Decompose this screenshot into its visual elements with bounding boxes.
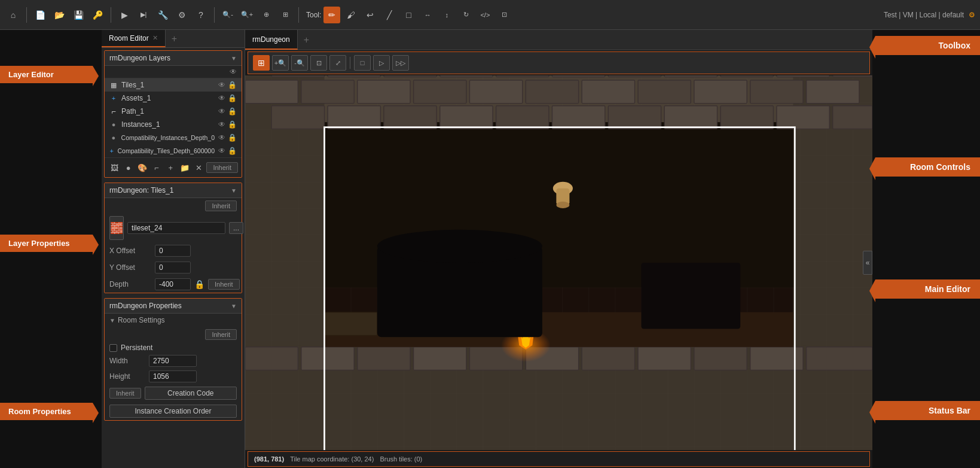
svg-rect-64 xyxy=(694,347,747,370)
layer-props-chevron[interactable]: ▼ xyxy=(231,187,237,194)
rmdungeon-tab[interactable]: rmDungeon xyxy=(245,30,298,50)
flip-h-icon[interactable]: ↔ xyxy=(419,7,436,23)
layer-name-compat-tiles: Compatibility_Tiles_Depth_600000 xyxy=(118,147,215,154)
fit-window-btn[interactable]: ⤢ xyxy=(329,55,346,71)
room-editor-tab[interactable]: Room Editor ✕ xyxy=(102,30,166,47)
layer-item-path1[interactable]: ⌐ Path_1 👁 🔒 xyxy=(105,105,242,118)
add-tab-btn[interactable]: + xyxy=(166,30,183,47)
layer-item-instances1[interactable]: ● Instances_1 👁 🔒 xyxy=(105,118,242,131)
layer-inherit-btn[interactable]: Inherit xyxy=(205,200,237,211)
path1-eye-icon[interactable]: 👁 xyxy=(218,107,225,116)
svg-rect-51 xyxy=(721,106,773,129)
new-file-icon[interactable]: 📄 xyxy=(32,7,48,23)
tileset-name-input[interactable] xyxy=(127,222,225,234)
debug-icon[interactable]: ▶| xyxy=(135,7,152,23)
compat-tiles-eye-icon[interactable]: 👁 xyxy=(218,147,225,155)
tileset-browse-btn[interactable]: ... xyxy=(229,222,243,234)
creation-code-btn[interactable]: Creation Code xyxy=(145,387,237,400)
play-btn[interactable]: ▷ xyxy=(373,55,390,71)
tiles1-lock-icon[interactable]: 🔒 xyxy=(228,81,237,89)
room-props-chevron[interactable]: ▼ xyxy=(231,303,237,309)
main-add-tab-btn[interactable]: + xyxy=(298,30,315,50)
help-icon[interactable]: ? xyxy=(193,7,209,23)
layers-panel-chevron[interactable]: ▼ xyxy=(231,55,237,62)
svg-rect-53 xyxy=(833,106,872,129)
home-icon[interactable]: ⌂ xyxy=(5,7,22,23)
x-offset-input[interactable] xyxy=(155,245,191,257)
svg-rect-49 xyxy=(608,106,661,129)
svg-rect-26 xyxy=(552,75,605,77)
rect-tool-icon[interactable]: □ xyxy=(400,7,417,23)
depth-input[interactable] xyxy=(155,278,191,290)
svg-rect-56 xyxy=(245,347,298,370)
zoom-in-small-icon[interactable]: 🔍+ xyxy=(239,7,255,23)
width-input[interactable] xyxy=(149,355,197,367)
layer-item-tiles1[interactable]: ▦ Tiles_1 👁 🔒 xyxy=(105,78,242,92)
depth-lock-icon[interactable]: 🔒 xyxy=(194,279,204,289)
layers-toolbar-circle-btn[interactable]: ● xyxy=(122,160,134,175)
rotate-icon[interactable]: ↻ xyxy=(457,7,474,23)
height-input[interactable] xyxy=(149,370,197,382)
bottom-buttons-row: Inherit Creation Code xyxy=(105,384,242,402)
flip-v-icon[interactable]: ↕ xyxy=(438,7,455,23)
code-icon[interactable]: </> xyxy=(477,7,493,23)
brush-tool-icon[interactable]: 🖌 xyxy=(343,7,359,23)
line-tool-icon[interactable]: ╱ xyxy=(381,7,398,23)
tiles1-eye-icon[interactable]: 👁 xyxy=(218,81,225,89)
compat-inst-lock-icon[interactable]: 🔒 xyxy=(228,133,237,142)
settings-icon[interactable]: ⚙ xyxy=(173,7,190,23)
toggle-room-btn[interactable]: □ xyxy=(354,55,371,71)
clean-icon[interactable]: 🔧 xyxy=(154,7,171,23)
all-layers-eye-icon[interactable]: 👁 xyxy=(230,68,237,76)
zoom-out-small-icon[interactable]: 🔍- xyxy=(219,7,236,23)
layers-inherit-btn[interactable]: Inherit xyxy=(206,162,238,173)
room-props-title: rmDungeon Properties xyxy=(109,302,182,310)
zoom-icon[interactable]: ⊕ xyxy=(258,7,274,23)
layers-toolbar-paint-btn[interactable]: 🎨 xyxy=(136,160,148,175)
compat-inst-icon: ● xyxy=(109,133,118,142)
svg-rect-40 xyxy=(694,80,747,104)
eraser-tool-icon[interactable]: ↩ xyxy=(362,7,378,23)
room-editor-tab-close[interactable]: ✕ xyxy=(152,34,158,42)
layers-toolbar-path-btn[interactable]: ⌐ xyxy=(150,160,162,175)
open-icon[interactable]: 📂 xyxy=(51,7,68,23)
save-icon[interactable]: 💾 xyxy=(70,7,87,23)
select-icon[interactable]: ⊡ xyxy=(496,7,512,23)
right-collapse-btn[interactable]: « xyxy=(863,251,872,275)
instance-order-btn[interactable]: Instance Creation Order xyxy=(109,405,237,418)
instances1-eye-icon[interactable]: 👁 xyxy=(218,120,225,129)
persistent-checkbox[interactable] xyxy=(109,344,117,352)
path1-lock-icon[interactable]: 🔒 xyxy=(228,107,237,116)
play-fast-btn[interactable]: ▷▷ xyxy=(392,55,409,71)
room-controls-bar: ⊞ +🔍 -🔍 ⊡ ⤢ □ ▷ ▷▷ xyxy=(248,51,870,74)
layers-toolbar-folder-btn[interactable]: 📁 xyxy=(178,160,190,175)
config-settings-icon[interactable]: ⚙ xyxy=(969,11,975,19)
key-icon[interactable]: 🔑 xyxy=(89,7,106,23)
layer-item-assets1[interactable]: + Assets_1 👁 🔒 xyxy=(105,92,242,105)
layer-item-compat-tiles[interactable]: + Compatibility_Tiles_Depth_600000 👁 🔒 xyxy=(105,144,242,157)
layers-toolbar-x-btn[interactable]: ✕ xyxy=(193,160,204,175)
y-offset-input[interactable] xyxy=(155,262,191,273)
run-icon[interactable]: ▶ xyxy=(116,7,133,23)
pencil-tool-icon[interactable]: ✏ xyxy=(323,7,340,23)
zoom-in-btn[interactable]: +🔍 xyxy=(272,55,289,71)
compat-inst-controls: 👁 🔒 xyxy=(218,133,237,142)
instances1-lock-icon[interactable]: 🔒 xyxy=(228,120,237,129)
layers-toolbar-plus-btn[interactable]: + xyxy=(164,160,176,175)
bottom-inherit-btn[interactable]: Inherit xyxy=(109,388,141,399)
sep4 xyxy=(298,7,299,23)
svg-rect-50 xyxy=(664,106,717,129)
editor-canvas[interactable]: « xyxy=(245,75,872,450)
compat-inst-eye-icon[interactable]: 👁 xyxy=(218,133,225,142)
grid-view-btn[interactable]: ⊞ xyxy=(253,55,270,71)
room-inherit-btn[interactable]: Inherit xyxy=(205,329,237,340)
compat-tiles-lock-icon[interactable]: 🔒 xyxy=(228,147,237,155)
zoom-out-btn[interactable]: -🔍 xyxy=(291,55,308,71)
depth-inherit-btn[interactable]: Inherit xyxy=(208,279,240,290)
layers-toolbar-image-btn[interactable]: 🖼 xyxy=(108,160,120,175)
layer-item-compat-inst[interactable]: ● Compatibility_Instances_Depth_0 👁 🔒 xyxy=(105,131,242,144)
zoom-reset-btn[interactable]: ⊡ xyxy=(310,55,327,71)
grid-icon[interactable]: ⊞ xyxy=(277,7,294,23)
assets1-eye-icon[interactable]: 👁 xyxy=(218,94,225,102)
assets1-lock-icon[interactable]: 🔒 xyxy=(228,94,237,102)
